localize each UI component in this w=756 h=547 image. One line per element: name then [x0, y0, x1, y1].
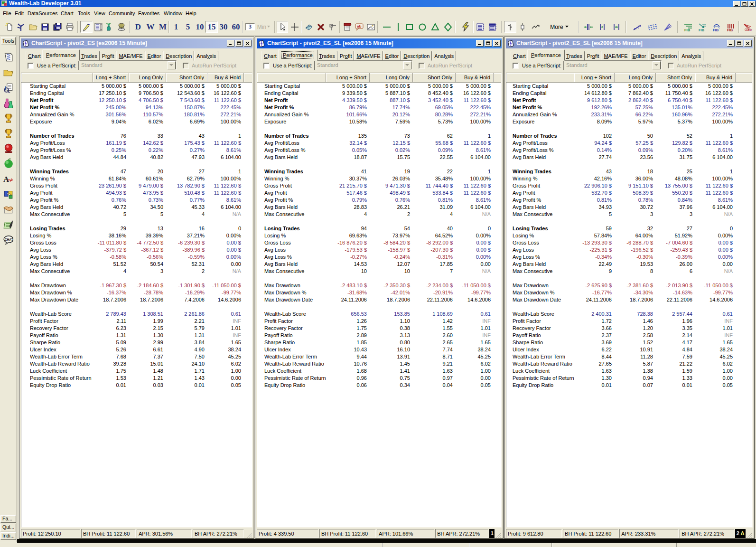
svg-text:Gann: Gann — [745, 28, 752, 31]
svg-text:ab: ab — [357, 24, 361, 28]
svg-text:FIB: FIB — [713, 28, 719, 32]
svg-text:A: A — [3, 175, 9, 184]
svg-text:FIB: FIB — [699, 28, 705, 32]
svg-text:CHAT: CHAT — [5, 238, 13, 241]
svg-text:FIB: FIB — [684, 28, 691, 32]
svg-text:FIB: FIB — [727, 28, 733, 32]
